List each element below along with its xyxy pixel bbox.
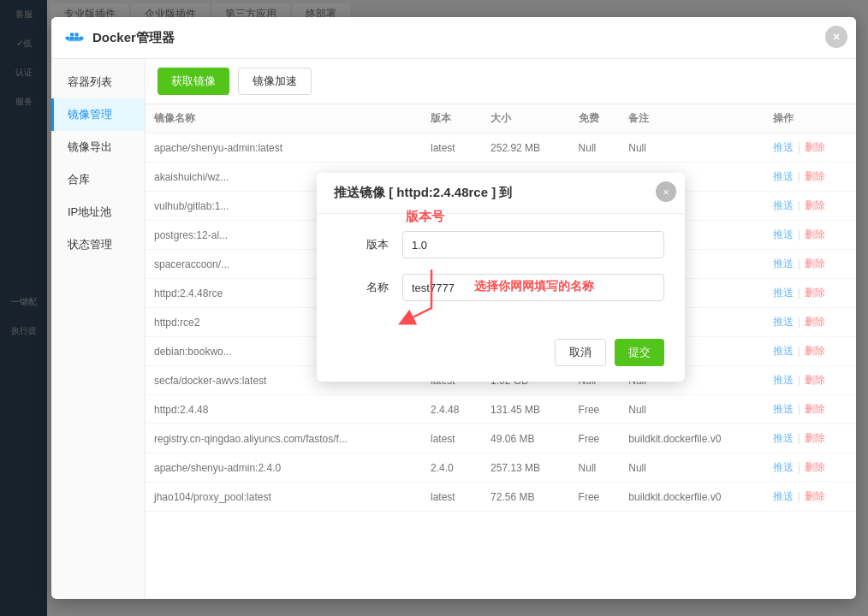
sidebar-item-repo[interactable]: 合库 xyxy=(51,163,145,196)
annotation-version: 版本号 xyxy=(406,209,444,225)
main-close-button[interactable]: × xyxy=(825,26,847,48)
version-label: 版本 xyxy=(337,237,389,252)
name-label: 名称 xyxy=(337,280,389,295)
sidebar-item-status[interactable]: 状态管理 xyxy=(51,228,145,261)
svg-rect-4 xyxy=(74,33,78,37)
main-modal-header: Docker管理器 × xyxy=(51,17,856,59)
inner-dialog-header: 推送镜像 [ httpd:2.4.48rce ] 到 × xyxy=(317,173,685,214)
version-input[interactable] xyxy=(402,231,664,258)
inner-dialog-footer: 取消 提交 xyxy=(317,330,685,382)
main-modal-body: 容器列表 镜像管理 镜像导出 合库 IP地址池 状态管理 获取镜像 镜像加速 镜… xyxy=(51,59,856,598)
inner-dialog: 推送镜像 [ httpd:2.4.48rce ] 到 × 版本 版本号 xyxy=(317,173,685,382)
version-form-row: 版本 版本号 xyxy=(337,231,664,258)
sidebar-item-export[interactable]: 镜像导出 xyxy=(51,131,145,163)
cancel-button[interactable]: 取消 xyxy=(555,339,606,366)
sidebar-item-images[interactable]: 镜像管理 xyxy=(51,98,145,131)
main-modal: Docker管理器 × 容器列表 镜像管理 镜像导出 合库 IP地址池 状态管理… xyxy=(51,17,856,599)
sidebar: 容器列表 镜像管理 镜像导出 合库 IP地址池 状态管理 xyxy=(51,59,146,598)
table-wrapper[interactable]: 镜像名称 版本 大小 免费 备注 操作 apache/shenyu-admin:… xyxy=(146,104,856,598)
inner-dialog-title: 推送镜像 [ httpd:2.4.48rce ] 到 xyxy=(334,185,512,199)
content-area: 获取镜像 镜像加速 镜像名称 版本 大小 免费 备注 操作 xyxy=(146,59,856,598)
toolbar: 获取镜像 镜像加速 xyxy=(146,59,856,104)
annotation-name: 选择你网网填写的名称 xyxy=(474,279,594,294)
inner-dialog-overlay: 推送镜像 [ httpd:2.4.48rce ] 到 × 版本 版本号 xyxy=(146,104,856,598)
get-image-button[interactable]: 获取镜像 xyxy=(158,68,229,95)
submit-button[interactable]: 提交 xyxy=(615,339,664,366)
name-form-row: 名称 选择你网网填写的名称 xyxy=(337,274,664,301)
inner-dialog-body: 版本 版本号 名称 选择你网网填写的名称 xyxy=(317,214,685,330)
sidebar-item-container[interactable]: 容器列表 xyxy=(51,66,145,98)
docker-icon xyxy=(65,27,86,48)
inner-close-button[interactable]: × xyxy=(656,181,676,202)
sidebar-item-ippool[interactable]: IP地址池 xyxy=(51,196,145,228)
svg-rect-2 xyxy=(70,33,74,37)
main-modal-title: Docker管理器 xyxy=(92,30,175,46)
image-accelerate-button[interactable]: 镜像加速 xyxy=(238,68,312,95)
